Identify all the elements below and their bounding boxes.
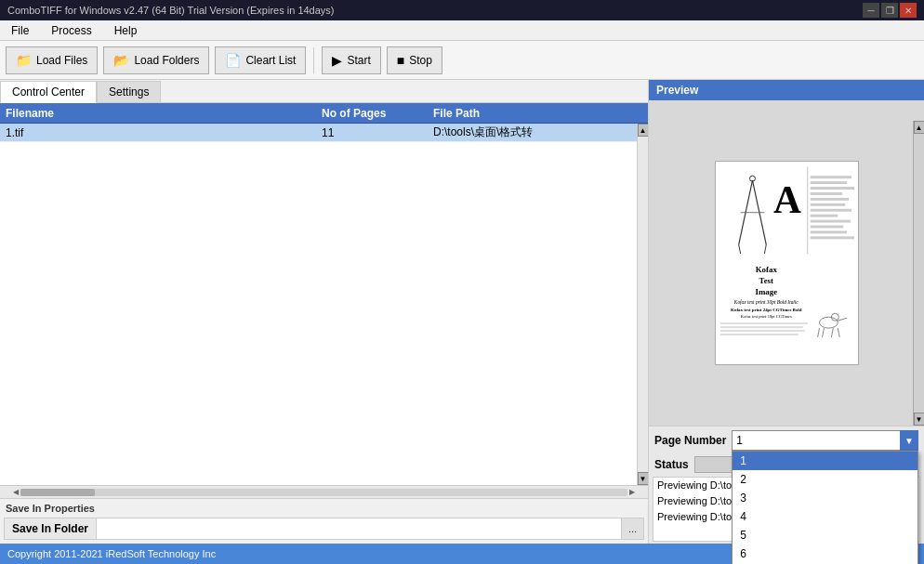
save-folder-path-input[interactable] xyxy=(97,518,621,539)
title-bar: ComboTIFF for Windows v2.47 (64 Bit) Tri… xyxy=(0,0,924,20)
load-files-button[interactable]: 📁 Load Files xyxy=(6,46,98,74)
toolbar-separator xyxy=(313,47,314,73)
menu-bar: File Process Help xyxy=(0,20,924,41)
svg-rect-17 xyxy=(810,220,850,223)
svg-rect-9 xyxy=(810,176,851,178)
svg-rect-11 xyxy=(810,187,853,190)
status-label: Status xyxy=(654,458,689,471)
table-scrollbar[interactable]: ▲ ▼ xyxy=(637,124,648,485)
dropdown-item-3[interactable]: 3 xyxy=(733,489,917,507)
main-container: Control Center Settings Filename No of P… xyxy=(0,80,924,544)
svg-text:Kofax test print 18pt CGTimes: Kofax test print 18pt CGTimes xyxy=(740,314,791,319)
stop-label: Stop xyxy=(409,54,432,67)
play-icon: ▶ xyxy=(332,53,342,68)
svg-rect-12 xyxy=(810,192,842,195)
menu-help[interactable]: Help xyxy=(107,22,145,39)
h-scroll-track xyxy=(20,489,627,496)
svg-rect-30 xyxy=(719,334,798,335)
svg-rect-18 xyxy=(810,226,843,229)
stop-button[interactable]: ■ Stop xyxy=(387,46,442,74)
cell-path: D:\tools\桌面\格式转 xyxy=(428,125,637,140)
page-dropdown-list: 1 2 3 4 5 6 7 8 xyxy=(732,451,918,564)
svg-rect-10 xyxy=(810,181,846,184)
scroll-track xyxy=(638,137,648,472)
tab-settings[interactable]: Settings xyxy=(97,81,161,103)
load-folders-button[interactable]: 📂 Load Folders xyxy=(103,46,209,74)
svg-text:Test: Test xyxy=(759,276,772,285)
clear-list-label: Cleart List xyxy=(245,54,296,67)
svg-text:Kofax: Kofax xyxy=(755,265,777,274)
svg-rect-29 xyxy=(719,330,804,332)
clear-list-button[interactable]: 📄 Cleart List xyxy=(215,46,306,74)
file-table: Filename No of Pages File Path 1.tif 11 … xyxy=(0,103,648,498)
save-folder-label: Save In Folder xyxy=(5,518,97,539)
horizontal-scrollbar[interactable]: ◀ ▶ xyxy=(0,485,648,498)
h-scroll-left-btn[interactable]: ◀ xyxy=(11,488,20,496)
tab-control-center[interactable]: Control Center xyxy=(0,81,97,103)
page-number-display[interactable]: 1 xyxy=(732,430,918,451)
table-row[interactable]: 1.tif 11 D:\tools\桌面\格式转 xyxy=(0,124,637,142)
svg-text:Kofax test print 24pt CGTimes : Kofax test print 24pt CGTimes Bold xyxy=(731,308,802,312)
svg-rect-16 xyxy=(810,215,838,217)
svg-text:Image: Image xyxy=(755,287,777,296)
h-scroll-thumb xyxy=(20,489,95,496)
svg-rect-13 xyxy=(810,198,848,201)
copyright-text: Copyright 2011-2021 iRedSoft Technology … xyxy=(7,548,216,559)
table-header: Filename No of Pages File Path xyxy=(0,103,648,124)
scroll-up-btn[interactable]: ▲ xyxy=(638,124,649,137)
close-button[interactable]: ✕ xyxy=(900,3,917,18)
menu-file[interactable]: File xyxy=(4,22,36,39)
folder-icon: 📁 xyxy=(16,53,32,68)
svg-rect-14 xyxy=(810,203,845,206)
preview-scrollbar[interactable]: ▲ ▼ xyxy=(913,121,924,426)
col-header-path: File Path xyxy=(428,107,637,120)
save-properties-title: Save In Properties xyxy=(0,501,648,516)
col-header-filename: Filename xyxy=(0,107,316,120)
cell-filename: 1.tif xyxy=(0,126,316,139)
svg-rect-27 xyxy=(719,322,807,324)
right-panel: Preview xyxy=(649,80,924,544)
svg-rect-28 xyxy=(719,326,802,328)
stop-icon: ■ xyxy=(397,53,404,68)
table-body-wrapper: 1.tif 11 D:\tools\桌面\格式转 ▲ ▼ xyxy=(0,124,648,485)
cell-pages: 11 xyxy=(316,126,428,139)
dropdown-item-6[interactable]: 6 xyxy=(733,544,917,563)
toolbar: 📁 Load Files 📂 Load Folders 📄 Cleart Lis… xyxy=(0,41,924,80)
preview-image-area: A xyxy=(649,100,924,426)
col-header-pages: No of Pages xyxy=(316,107,428,120)
svg-text:A: A xyxy=(773,178,801,221)
minimize-button[interactable]: ─ xyxy=(863,3,879,18)
start-label: Start xyxy=(347,54,370,67)
load-folders-label: Load Folders xyxy=(134,54,199,67)
load-files-label: Load Files xyxy=(36,54,87,67)
dropdown-item-5[interactable]: 5 xyxy=(733,526,917,544)
start-button[interactable]: ▶ Start xyxy=(322,46,380,74)
save-folder-row: Save In Folder ... xyxy=(4,518,644,540)
table-body[interactable]: 1.tif 11 D:\tools\桌面\格式转 xyxy=(0,124,637,485)
svg-rect-15 xyxy=(810,209,851,212)
window-controls: ─ ❐ ✕ xyxy=(863,3,917,18)
save-folder-browse-button[interactable]: ... xyxy=(621,518,643,539)
preview-header: Preview xyxy=(649,80,924,100)
menu-process[interactable]: Process xyxy=(44,22,99,39)
preview-image: A xyxy=(715,161,859,365)
page-controls: Page Number 1 ▼ 1 2 3 4 5 6 7 8 xyxy=(649,426,924,454)
page-number-label: Page Number xyxy=(654,434,726,447)
preview-scroll-down-btn[interactable]: ▼ xyxy=(914,413,925,426)
dropdown-item-1[interactable]: 1 xyxy=(733,452,917,470)
save-properties: Save In Properties Save In Folder ... xyxy=(0,498,648,544)
svg-rect-19 xyxy=(810,230,846,233)
left-panel: Control Center Settings Filename No of P… xyxy=(0,80,649,544)
tif-preview: A xyxy=(716,162,858,364)
app-title: ComboTIFF for Windows v2.47 (64 Bit) Tri… xyxy=(7,5,335,16)
document-icon: 📄 xyxy=(225,53,241,68)
preview-scroll-up-btn[interactable]: ▲ xyxy=(914,121,925,134)
folder-open-icon: 📂 xyxy=(113,53,129,68)
dropdown-item-4[interactable]: 4 xyxy=(733,507,917,526)
tabs: Control Center Settings xyxy=(0,80,648,103)
dropdown-item-2[interactable]: 2 xyxy=(733,470,917,489)
scroll-down-btn[interactable]: ▼ xyxy=(638,472,649,485)
h-scroll-right-btn[interactable]: ▶ xyxy=(627,488,637,496)
page-number-dropdown-container: 1 ▼ 1 2 3 4 5 6 7 8 xyxy=(732,430,918,451)
restore-button[interactable]: ❐ xyxy=(881,3,898,18)
